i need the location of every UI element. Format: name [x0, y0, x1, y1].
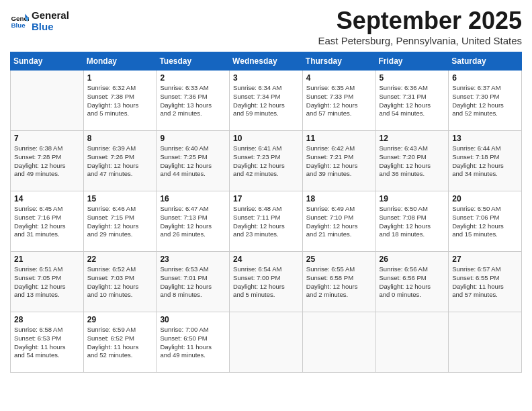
logo-line1: General — [32, 9, 69, 21]
svg-text:Blue: Blue — [11, 21, 26, 29]
day-number: 19 — [380, 194, 445, 203]
day-info: Sunrise: 6:48 AM Sunset: 7:11 PM Dayligh… — [233, 205, 299, 239]
week-row-2: 7Sunrise: 6:38 AM Sunset: 7:28 PM Daylig… — [11, 131, 522, 191]
day-info: Sunrise: 6:50 AM Sunset: 7:08 PM Dayligh… — [380, 205, 445, 239]
calendar-cell: 15Sunrise: 6:46 AM Sunset: 7:15 PM Dayli… — [83, 191, 157, 252]
day-info: Sunrise: 6:47 AM Sunset: 7:13 PM Dayligh… — [160, 205, 226, 239]
day-info: Sunrise: 6:50 AM Sunset: 7:06 PM Dayligh… — [452, 205, 518, 239]
day-number: 13 — [452, 134, 518, 143]
day-info: Sunrise: 6:57 AM Sunset: 6:55 PM Dayligh… — [452, 265, 518, 300]
day-number: 7 — [14, 134, 80, 143]
logo-line2: Blue — [32, 21, 69, 32]
calendar-cell: 7Sunrise: 6:38 AM Sunset: 7:28 PM Daylig… — [11, 131, 84, 191]
calendar-cell — [11, 71, 84, 131]
calendar-cell: 19Sunrise: 6:50 AM Sunset: 7:08 PM Dayli… — [375, 191, 449, 252]
day-info: Sunrise: 6:32 AM Sunset: 7:38 PM Dayligh… — [87, 84, 153, 118]
day-info: Sunrise: 6:40 AM Sunset: 7:25 PM Dayligh… — [160, 144, 226, 179]
day-number: 15 — [87, 194, 153, 203]
calendar-cell: 23Sunrise: 6:53 AM Sunset: 7:01 PM Dayli… — [157, 252, 230, 312]
day-info: Sunrise: 6:41 AM Sunset: 7:23 PM Dayligh… — [233, 144, 299, 179]
month-title: September 2025 — [318, 7, 522, 35]
calendar-cell: 14Sunrise: 6:45 AM Sunset: 7:16 PM Dayli… — [11, 191, 84, 252]
calendar-cell: 20Sunrise: 6:50 AM Sunset: 7:06 PM Dayli… — [449, 191, 522, 252]
calendar-cell: 1Sunrise: 6:32 AM Sunset: 7:38 PM Daylig… — [83, 71, 157, 131]
calendar-cell: 29Sunrise: 6:59 AM Sunset: 6:52 PM Dayli… — [83, 312, 157, 373]
logo: General Blue General Blue — [10, 9, 69, 32]
calendar-cell: 22Sunrise: 6:52 AM Sunset: 7:03 PM Dayli… — [83, 252, 157, 312]
day-number: 24 — [233, 255, 299, 264]
day-number: 1 — [87, 73, 153, 83]
day-number: 28 — [14, 315, 80, 324]
calendar-cell: 5Sunrise: 6:36 AM Sunset: 7:31 PM Daylig… — [375, 71, 449, 131]
calendar-cell — [449, 312, 522, 373]
calendar-cell: 3Sunrise: 6:34 AM Sunset: 7:34 PM Daylig… — [230, 71, 303, 131]
day-number: 21 — [14, 255, 80, 264]
day-number: 17 — [233, 194, 299, 203]
calendar-cell: 12Sunrise: 6:43 AM Sunset: 7:20 PM Dayli… — [375, 131, 449, 191]
weekday-header-row: SundayMondayTuesdayWednesdayThursdayFrid… — [11, 52, 522, 71]
calendar-cell: 24Sunrise: 6:54 AM Sunset: 7:00 PM Dayli… — [230, 252, 303, 312]
weekday-header-tuesday: Tuesday — [157, 52, 230, 71]
week-row-3: 14Sunrise: 6:45 AM Sunset: 7:16 PM Dayli… — [11, 191, 522, 252]
calendar-cell — [230, 312, 303, 373]
calendar-cell: 13Sunrise: 6:44 AM Sunset: 7:18 PM Dayli… — [449, 131, 522, 191]
day-number: 20 — [452, 194, 518, 203]
day-number: 10 — [233, 134, 299, 143]
day-number: 18 — [306, 194, 372, 203]
location-title: East Petersburg, Pennsylvania, United St… — [318, 35, 522, 46]
day-info: Sunrise: 6:52 AM Sunset: 7:03 PM Dayligh… — [87, 265, 153, 300]
day-number: 11 — [306, 134, 372, 143]
day-info: Sunrise: 6:59 AM Sunset: 6:52 PM Dayligh… — [87, 326, 153, 360]
calendar-cell: 26Sunrise: 6:56 AM Sunset: 6:56 PM Dayli… — [375, 252, 449, 312]
day-info: Sunrise: 6:42 AM Sunset: 7:21 PM Dayligh… — [306, 144, 372, 179]
day-number: 27 — [452, 255, 518, 264]
day-number: 25 — [306, 255, 372, 264]
day-info: Sunrise: 6:53 AM Sunset: 7:01 PM Dayligh… — [160, 265, 226, 300]
day-number: 29 — [87, 315, 153, 324]
day-number: 12 — [380, 134, 445, 143]
week-row-4: 21Sunrise: 6:51 AM Sunset: 7:05 PM Dayli… — [11, 252, 522, 312]
day-number: 14 — [14, 194, 80, 203]
day-number: 16 — [160, 194, 226, 203]
day-info: Sunrise: 6:34 AM Sunset: 7:34 PM Dayligh… — [233, 84, 299, 118]
day-info: Sunrise: 6:33 AM Sunset: 7:36 PM Dayligh… — [160, 84, 226, 118]
weekday-header-monday: Monday — [83, 52, 157, 71]
calendar-cell: 6Sunrise: 6:37 AM Sunset: 7:30 PM Daylig… — [449, 71, 522, 131]
weekday-header-sunday: Sunday — [11, 52, 84, 71]
weekday-header-friday: Friday — [375, 52, 449, 71]
day-info: Sunrise: 6:38 AM Sunset: 7:28 PM Dayligh… — [14, 144, 80, 179]
day-info: Sunrise: 6:35 AM Sunset: 7:33 PM Dayligh… — [306, 84, 372, 118]
day-info: Sunrise: 6:45 AM Sunset: 7:16 PM Dayligh… — [14, 205, 80, 239]
day-info: Sunrise: 6:37 AM Sunset: 7:30 PM Dayligh… — [452, 84, 518, 118]
calendar-cell: 16Sunrise: 6:47 AM Sunset: 7:13 PM Dayli… — [157, 191, 230, 252]
day-number: 4 — [306, 73, 372, 83]
day-info: Sunrise: 6:44 AM Sunset: 7:18 PM Dayligh… — [452, 144, 518, 179]
calendar-cell: 27Sunrise: 6:57 AM Sunset: 6:55 PM Dayli… — [449, 252, 522, 312]
calendar-cell — [375, 312, 449, 373]
day-number: 6 — [452, 73, 518, 83]
day-info: Sunrise: 6:51 AM Sunset: 7:05 PM Dayligh… — [14, 265, 80, 300]
day-number: 22 — [87, 255, 153, 264]
calendar-table: SundayMondayTuesdayWednesdayThursdayFrid… — [10, 52, 522, 373]
weekday-header-saturday: Saturday — [449, 52, 522, 71]
day-number: 5 — [380, 73, 445, 83]
calendar-cell: 11Sunrise: 6:42 AM Sunset: 7:21 PM Dayli… — [302, 131, 375, 191]
day-number: 2 — [160, 73, 226, 83]
calendar-cell: 17Sunrise: 6:48 AM Sunset: 7:11 PM Dayli… — [230, 191, 303, 252]
calendar-cell: 2Sunrise: 6:33 AM Sunset: 7:36 PM Daylig… — [157, 71, 230, 131]
title-area: September 2025 East Petersburg, Pennsylv… — [318, 7, 522, 46]
day-info: Sunrise: 6:49 AM Sunset: 7:10 PM Dayligh… — [306, 205, 372, 239]
day-number: 8 — [87, 134, 153, 143]
weekday-header-wednesday: Wednesday — [230, 52, 303, 71]
day-info: Sunrise: 6:58 AM Sunset: 6:53 PM Dayligh… — [14, 326, 80, 360]
day-info: Sunrise: 6:56 AM Sunset: 6:56 PM Dayligh… — [380, 265, 445, 300]
day-info: Sunrise: 6:54 AM Sunset: 7:00 PM Dayligh… — [233, 265, 299, 300]
calendar-cell — [302, 312, 375, 373]
week-row-5: 28Sunrise: 6:58 AM Sunset: 6:53 PM Dayli… — [11, 312, 522, 373]
calendar-cell: 18Sunrise: 6:49 AM Sunset: 7:10 PM Dayli… — [302, 191, 375, 252]
day-info: Sunrise: 7:00 AM Sunset: 6:50 PM Dayligh… — [160, 326, 226, 360]
calendar-cell: 10Sunrise: 6:41 AM Sunset: 7:23 PM Dayli… — [230, 131, 303, 191]
header: General Blue General Blue September 2025… — [10, 7, 522, 46]
day-info: Sunrise: 6:36 AM Sunset: 7:31 PM Dayligh… — [380, 84, 445, 118]
day-number: 9 — [160, 134, 226, 143]
